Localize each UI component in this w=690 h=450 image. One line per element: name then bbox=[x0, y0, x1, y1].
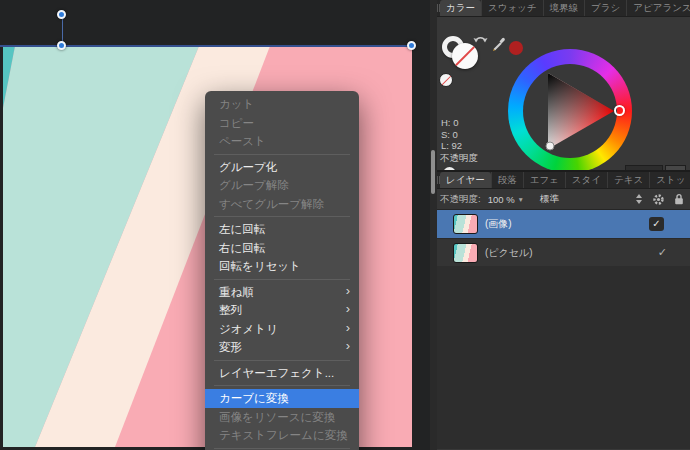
panel-divider[interactable] bbox=[430, 0, 437, 450]
menu-separator bbox=[214, 216, 350, 217]
layer-name: (画像) bbox=[485, 217, 512, 231]
dropdown-arrow-icon: ▼ bbox=[518, 196, 524, 203]
submenu-chevron-icon: › bbox=[346, 322, 350, 335]
layers-panel: レイヤー 段落 エフェ スタイ テキス ストッ 文字 不透明度: 100 % ▼… bbox=[437, 172, 690, 449]
hue-ring-marker[interactable] bbox=[614, 105, 625, 116]
canvas-scrollbar-thumb[interactable] bbox=[431, 150, 435, 194]
tab-brushes[interactable]: ブラシ bbox=[584, 0, 626, 16]
context-menu: カット コピー ペースト グループ化 グループ解除 すべてグループ解除 左に回転… bbox=[205, 91, 359, 450]
layers-opacity-label: 不透明度: bbox=[440, 193, 481, 206]
tab-text[interactable]: テキス bbox=[607, 172, 649, 188]
layer-row-pixel[interactable]: (ピクセル) ✓ bbox=[437, 238, 690, 266]
rotation-handle[interactable] bbox=[57, 10, 66, 19]
selection-handle-top-center[interactable] bbox=[57, 41, 66, 50]
layer-thumbnail[interactable] bbox=[453, 243, 478, 263]
app-window: カット コピー ペースト グループ化 グループ解除 すべてグループ解除 左に回転… bbox=[0, 0, 690, 450]
menu-item-cut[interactable]: カット bbox=[205, 95, 359, 114]
layer-name: (ピクセル) bbox=[485, 246, 533, 260]
blend-mode-stepper-icon[interactable] bbox=[636, 194, 643, 204]
menu-item-ungroup[interactable]: グループ解除 bbox=[205, 176, 359, 195]
layers-blend-row: 不透明度: 100 % ▼ 標準 bbox=[437, 189, 690, 210]
menu-item-reset-rotation[interactable]: 回転をリセット bbox=[205, 257, 359, 276]
canvas-area[interactable]: カット コピー ペースト グループ化 グループ解除 すべてグループ解除 左に回転… bbox=[0, 0, 430, 450]
tab-layers[interactable]: レイヤー bbox=[440, 172, 491, 188]
menu-item-group[interactable]: グループ化 bbox=[205, 158, 359, 177]
tab-styles[interactable]: スタイ bbox=[565, 172, 607, 188]
menu-item-geometry[interactable]: ジオメトリ› bbox=[205, 320, 359, 339]
menu-item-convert-image-resource[interactable]: 画像をリソースに変換 bbox=[205, 408, 359, 427]
swap-colors-icon[interactable] bbox=[473, 33, 488, 44]
eyedropper-icon[interactable] bbox=[491, 36, 507, 53]
menu-item-align[interactable]: 整列› bbox=[205, 301, 359, 320]
triangle-marker[interactable] bbox=[546, 142, 554, 150]
menu-item-arrange[interactable]: 重ね順› bbox=[205, 283, 359, 302]
menu-separator bbox=[214, 448, 350, 449]
submenu-chevron-icon: › bbox=[346, 303, 350, 316]
secondary-none-swatch[interactable] bbox=[439, 73, 453, 87]
menu-item-ungroup-all[interactable]: すべてグループ解除 bbox=[205, 195, 359, 214]
menu-item-layer-effects[interactable]: レイヤーエフェクト... bbox=[205, 364, 359, 383]
hsl-readout: H: 0 S: 0 L: 92 bbox=[441, 117, 462, 152]
layer-row-image[interactable]: (画像) ✓ bbox=[437, 210, 690, 238]
blend-mode-dropdown[interactable]: 標準 bbox=[540, 193, 559, 206]
right-panel-stack: カラー スウォッチ 境界線 ブラシ アピアランス bbox=[437, 0, 690, 450]
tab-color[interactable]: カラー bbox=[440, 0, 481, 16]
layer-thumbnail[interactable] bbox=[453, 214, 478, 234]
color-panel: カラー スウォッチ 境界線 ブラシ アピアランス bbox=[437, 0, 690, 170]
layer-list: (画像) ✓ (ピクセル) ✓ bbox=[437, 210, 690, 449]
gear-icon[interactable] bbox=[652, 193, 665, 206]
tab-stock[interactable]: ストッ bbox=[649, 172, 690, 188]
menu-item-rotate-right[interactable]: 右に回転 bbox=[205, 239, 359, 258]
color-wheel[interactable] bbox=[508, 49, 632, 173]
menu-separator bbox=[214, 154, 350, 155]
menu-item-paste[interactable]: ペースト bbox=[205, 132, 359, 151]
color-panel-content: H: 0 S: 0 L: 92 不透明度 100 % ▼ bbox=[437, 17, 690, 170]
tab-stroke[interactable]: 境界線 bbox=[543, 0, 585, 16]
layers-panel-tabbar: レイヤー 段落 エフェ スタイ テキス ストッ 文字 bbox=[437, 172, 690, 189]
color-panel-tabbar: カラー スウォッチ 境界線 ブラシ アピアランス bbox=[437, 0, 690, 17]
menu-separator bbox=[214, 385, 350, 386]
lock-icon[interactable] bbox=[674, 193, 684, 205]
menu-item-convert-text-frame[interactable]: テキストフレームに変換 bbox=[205, 426, 359, 445]
saturation-value: S: 0 bbox=[441, 129, 462, 141]
menu-item-rotate-left[interactable]: 左に回転 bbox=[205, 220, 359, 239]
menu-item-convert-to-curves[interactable]: カーブに変換 bbox=[205, 389, 359, 408]
menu-item-copy[interactable]: コピー bbox=[205, 114, 359, 133]
fill-swatch[interactable] bbox=[452, 43, 478, 69]
tab-swatches[interactable]: スウォッチ bbox=[481, 0, 543, 16]
menu-item-transform[interactable]: 変形› bbox=[205, 338, 359, 357]
tab-paragraph[interactable]: 段落 bbox=[491, 172, 523, 188]
tab-appearance[interactable]: アピアランス bbox=[626, 0, 690, 16]
layer-visibility-checkbox[interactable]: ✓ bbox=[658, 246, 667, 259]
none-slash-icon bbox=[452, 43, 478, 69]
tab-effects[interactable]: エフェ bbox=[523, 172, 565, 188]
layer-visibility-checkbox[interactable]: ✓ bbox=[649, 217, 664, 231]
submenu-chevron-icon: › bbox=[346, 285, 350, 298]
menu-separator bbox=[214, 360, 350, 361]
opacity-label: 不透明度 bbox=[440, 152, 478, 165]
layers-opacity-dropdown[interactable]: 100 % bbox=[488, 194, 515, 205]
selection-handle-top-right[interactable] bbox=[407, 41, 416, 50]
none-slash-icon bbox=[440, 74, 453, 87]
lightness-value: L: 92 bbox=[441, 140, 462, 152]
submenu-chevron-icon: › bbox=[346, 340, 350, 353]
menu-separator bbox=[214, 279, 350, 280]
hue-value: H: 0 bbox=[441, 117, 462, 129]
